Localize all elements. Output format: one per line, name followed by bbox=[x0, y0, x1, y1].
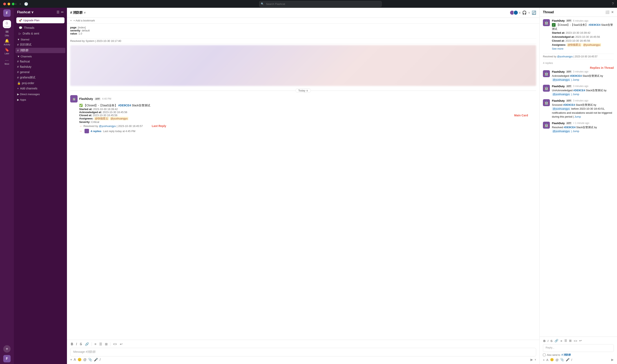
message-input[interactable]: Message #消防群 bbox=[70, 348, 536, 356]
nav-more[interactable]: ··· More bbox=[3, 58, 11, 66]
tag-link[interactable]: #DE9CE4 bbox=[118, 104, 131, 107]
thread-attachment-icon[interactable]: 📎 bbox=[560, 358, 564, 362]
undo-button[interactable]: ↩ bbox=[119, 341, 123, 347]
minimize-window-button[interactable] bbox=[8, 3, 10, 5]
maximize-window-button[interactable] bbox=[12, 3, 14, 5]
workspace-name[interactable]: Flashcat ∨ bbox=[17, 10, 34, 14]
member-avatars[interactable]: 4 bbox=[511, 10, 520, 15]
thread-bold-button[interactable]: B bbox=[543, 339, 546, 343]
huddle-icon[interactable]: 🎧 bbox=[522, 10, 527, 15]
compose-icon[interactable]: ✏ bbox=[61, 10, 64, 14]
thread-reply-2-user[interactable]: @yushuangyu bbox=[552, 92, 570, 96]
resolver-link[interactable]: @yushuangyu bbox=[99, 125, 116, 128]
plus-icon[interactable]: + bbox=[70, 358, 72, 362]
also-send-channel[interactable]: # 消防群 bbox=[562, 353, 571, 357]
sidebar-channel-xiaofanqun[interactable]: # 消防群 bbox=[15, 48, 65, 53]
sidebar-channel-general[interactable]: # general bbox=[14, 70, 67, 75]
thread-reply-2-tag[interactable]: #DE9CE4 bbox=[573, 89, 585, 92]
thread-audio-icon[interactable]: 🎤 bbox=[566, 358, 570, 362]
sidebar-channel-grafana[interactable]: # grafana测试 bbox=[14, 75, 67, 80]
thread-ol-button[interactable]: ≡ bbox=[560, 339, 563, 343]
thread-resolver-link[interactable]: @yushuangyu bbox=[557, 55, 573, 58]
thread-code-button[interactable]: <> bbox=[573, 339, 578, 343]
indent-button[interactable]: ⊞ bbox=[104, 341, 108, 347]
thread-reply-3-tag[interactable]: #DE9CE4 bbox=[563, 103, 575, 106]
thread-emoji-icon[interactable]: 🙂 bbox=[550, 358, 554, 362]
upgrade-plan-button[interactable]: 🚀 Upgrade Plan bbox=[16, 17, 64, 23]
sidebar-item-threads[interactable]: 💬 Threads bbox=[15, 25, 65, 30]
apps-section[interactable]: ▶ Apps bbox=[14, 97, 67, 102]
thread-tag-link[interactable]: #DE9CE4 bbox=[589, 23, 601, 26]
thread-reply-1-user[interactable]: @yushuangyu bbox=[552, 78, 570, 81]
channels-section[interactable]: ▼ Channels bbox=[14, 53, 67, 59]
close-window-button[interactable] bbox=[3, 3, 6, 5]
nav-activity[interactable]: 🔔 Activity bbox=[3, 38, 11, 46]
thread-reply-4-user[interactable]: @yushuangyu bbox=[552, 130, 570, 133]
thread-assignee-yushuangyu[interactable]: @yushuangyu bbox=[582, 43, 601, 47]
filter-icon[interactable]: ☰ bbox=[57, 10, 59, 14]
nav-dms[interactable]: ✉ DMs bbox=[3, 29, 11, 37]
chevron-down-icon[interactable]: ∨ bbox=[528, 11, 530, 14]
see-more-link[interactable]: See more bbox=[552, 47, 563, 50]
thread-reply-3-user[interactable]: @yushuangyu bbox=[552, 107, 570, 110]
sidebar-channel-flashcat[interactable]: # flashcat bbox=[14, 59, 67, 64]
starred-section[interactable]: ▼ Starred bbox=[14, 36, 67, 42]
thread-text-format-icon[interactable]: A bbox=[546, 358, 548, 362]
audio-icon[interactable]: 🎤 bbox=[94, 358, 98, 362]
ol-button[interactable]: ≡ bbox=[94, 342, 97, 347]
shortcuts-icon[interactable]: / bbox=[100, 358, 100, 362]
sidebar-channel-proj-order[interactable]: 🔒 proj-order bbox=[14, 81, 67, 86]
date-label[interactable]: Today ∨ bbox=[296, 88, 311, 93]
assignee-kuaimao[interactable]: @快猫星云 bbox=[94, 117, 109, 120]
thread-shortcuts-icon[interactable]: / bbox=[571, 358, 572, 362]
back-button[interactable]: ‹ bbox=[14, 1, 17, 7]
thread-italic-button[interactable]: I bbox=[547, 339, 549, 343]
ul-button[interactable]: ☰ bbox=[99, 341, 103, 347]
bookmark-bar[interactable]: + + Add a bookmark bbox=[67, 18, 540, 24]
thread-reply-input[interactable]: Reply... bbox=[543, 344, 614, 352]
user-avatar[interactable]: F bbox=[3, 355, 11, 362]
thread-send-button[interactable]: ▶ bbox=[611, 358, 614, 362]
replies-bar[interactable]: → 4 replies Last reply today at 4:45 PM bbox=[70, 129, 536, 133]
assignee-yushuangyu[interactable]: @yushuangyu bbox=[110, 117, 129, 120]
thread-reply-1-tag[interactable]: #DE9CE4 bbox=[570, 74, 582, 77]
thread-assignee-kuaimao[interactable]: @快猫星云 bbox=[567, 43, 582, 47]
chevron-down-icon[interactable]: ∨ bbox=[84, 11, 86, 14]
history-button[interactable]: 🕐 bbox=[23, 1, 29, 7]
send-button[interactable]: ▶ bbox=[530, 358, 533, 362]
thread-reply-4-tag[interactable]: #DE9CE4 bbox=[564, 126, 576, 129]
workspace-avatar[interactable]: F bbox=[3, 9, 11, 17]
thread-link-button[interactable]: 🔗 bbox=[554, 338, 559, 343]
sidebar-item-drafts[interactable]: ▷ Drafts & sent bbox=[15, 31, 65, 36]
bold-button[interactable]: B bbox=[70, 342, 74, 347]
italic-button[interactable]: I bbox=[76, 342, 77, 347]
code-button[interactable]: <> bbox=[113, 342, 117, 347]
add-view-icon[interactable]: 🔄 bbox=[532, 10, 536, 15]
add-workspace-button[interactable]: + bbox=[3, 345, 11, 352]
emoji-icon[interactable]: 🙂 bbox=[77, 358, 82, 362]
also-send-checkbox[interactable] bbox=[543, 354, 546, 356]
forward-button[interactable]: › bbox=[19, 1, 21, 7]
mention-icon[interactable]: @ bbox=[83, 358, 87, 362]
send-chevron[interactable]: ∨ bbox=[535, 358, 536, 361]
strikethrough-button[interactable]: S bbox=[79, 342, 83, 347]
help-button[interactable]: ? bbox=[612, 2, 614, 6]
thread-plus-icon[interactable]: + bbox=[543, 358, 545, 362]
nav-later[interactable]: 🔖 Later bbox=[3, 47, 11, 55]
thread-ul-button[interactable]: ☰ bbox=[564, 338, 567, 343]
search-input[interactable] bbox=[259, 1, 382, 7]
expand-icon[interactable]: ⬜ bbox=[605, 10, 609, 14]
text-format-icon[interactable]: A bbox=[74, 358, 76, 362]
link-button[interactable]: 🔗 bbox=[84, 341, 90, 347]
sidebar-channel-flashduty[interactable]: # flashduty bbox=[14, 64, 67, 69]
close-icon[interactable]: ✕ bbox=[611, 10, 614, 14]
direct-messages-section[interactable]: ▶ Direct messages bbox=[14, 91, 67, 97]
nav-home[interactable]: ⌂ Home bbox=[3, 20, 11, 28]
replies-count[interactable]: 4 replies bbox=[91, 130, 102, 133]
thread-undo-button[interactable]: ↩ bbox=[579, 338, 582, 343]
thread-strikethrough-button[interactable]: S bbox=[550, 339, 553, 343]
thread-mention-icon[interactable]: @ bbox=[555, 358, 559, 362]
sidebar-channel-huigui[interactable]: # 回归测试 bbox=[14, 42, 67, 47]
sidebar-add-channels[interactable]: + Add channels bbox=[14, 86, 67, 91]
attachment-icon[interactable]: 📎 bbox=[88, 358, 92, 362]
